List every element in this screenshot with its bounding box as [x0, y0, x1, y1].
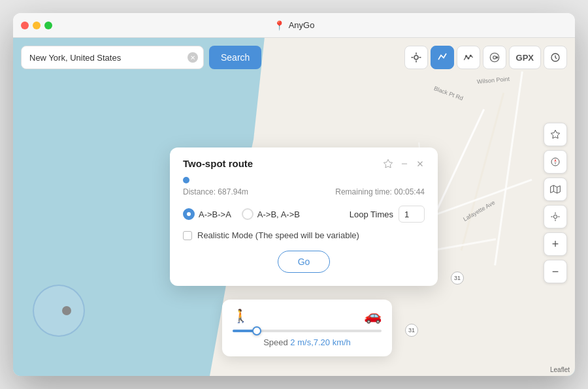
dialog-pin-row: [183, 177, 425, 183]
toolbar-right: GPX: [404, 46, 567, 69]
history-button[interactable]: [544, 46, 567, 69]
speed-panel: 🚶 🚗 Speed 2 m/s,7.20 km/h: [222, 300, 392, 356]
route-options: A->B->A A->B, A->B Loop Times: [183, 206, 425, 223]
leaflet-badge: Leaflet: [550, 366, 570, 373]
compass-button[interactable]: [544, 150, 567, 174]
dialog-header: Two-spot route: [183, 158, 425, 169]
svg-marker-12: [384, 159, 392, 168]
map-view-button[interactable]: [544, 178, 567, 201]
remaining-label: Remaining time: 00:05:44: [335, 187, 425, 196]
maximize-button[interactable]: [44, 22, 52, 29]
favorite-map-button[interactable]: [544, 123, 567, 146]
favorite-button[interactable]: [383, 159, 393, 169]
realistic-mode-label: Realistic Mode (The speed will be variab…: [197, 230, 359, 240]
joystick-dot: [62, 306, 71, 315]
speed-value: 2 m/s,7.20 km/h: [290, 337, 350, 347]
svg-marker-19: [554, 162, 556, 165]
toolbar: ✕ Search: [21, 46, 567, 69]
minimize-button[interactable]: [33, 22, 41, 29]
close-dialog-button[interactable]: [416, 159, 425, 168]
right-buttons: + −: [544, 123, 567, 283]
svg-point-5: [465, 55, 466, 57]
go-button[interactable]: Go: [278, 251, 330, 273]
loop-times-group: Loop Times: [350, 206, 425, 223]
car-icon: 🚗: [364, 307, 382, 324]
distance-label: Distance: 687.94m: [183, 187, 248, 196]
traffic-lights: [21, 22, 52, 29]
svg-marker-18: [554, 159, 556, 162]
speed-label: Speed 2 m/s,7.20 km/h: [233, 337, 382, 347]
realistic-mode[interactable]: Realistic Mode (The speed will be variab…: [183, 230, 425, 240]
option-ab[interactable]: A->B, A->B: [242, 208, 300, 220]
route-tool-button[interactable]: [431, 46, 454, 69]
zoom-in-button[interactable]: +: [544, 232, 567, 256]
app-window: 📍 AnyGo Black Pt Rd Wilson Point Larkin …: [13, 13, 575, 376]
zoom-out-button[interactable]: −: [544, 260, 567, 283]
radio-aba[interactable]: [183, 208, 195, 220]
search-input[interactable]: [29, 53, 184, 63]
crosshair-tool-button[interactable]: [404, 46, 428, 69]
road-badge-31a: 31: [451, 272, 464, 285]
route-dialog: Two-spot route: [170, 148, 438, 286]
dialog-info-row: Distance: 687.94m Remaining time: 00:05:…: [183, 187, 425, 196]
route-dot: [183, 177, 189, 183]
svg-point-6: [468, 57, 469, 59]
walk-icon: 🚶: [233, 308, 249, 324]
minimize-dialog-button[interactable]: [400, 159, 409, 168]
multipoint-tool-button[interactable]: [457, 46, 480, 69]
titlebar: 📍 AnyGo: [13, 13, 575, 38]
speed-slider-thumb[interactable]: [252, 326, 261, 335]
svg-point-22: [553, 215, 557, 218]
joystick-tool-button[interactable]: [483, 46, 506, 69]
loop-times-input[interactable]: [399, 206, 425, 223]
gpx-button[interactable]: GPX: [509, 46, 541, 69]
speed-icons-row: 🚶 🚗: [233, 307, 382, 324]
svg-point-0: [414, 55, 418, 59]
joystick[interactable]: [33, 285, 85, 337]
radio-ab[interactable]: [242, 208, 253, 220]
svg-point-10: [496, 57, 497, 58]
app-title: AnyGo: [289, 20, 315, 30]
map-area[interactable]: Black Pt Rd Wilson Point Larkin Ave Lafa…: [13, 38, 575, 376]
dialog-title: Two-spot route: [183, 158, 253, 169]
svg-marker-16: [551, 130, 559, 138]
search-bar[interactable]: ✕: [21, 46, 204, 69]
option-aba[interactable]: A->B->A: [183, 208, 231, 220]
location-button[interactable]: [544, 205, 567, 228]
option-ab-label: A->B, A->B: [257, 210, 300, 219]
app-title-area: 📍 AnyGo: [274, 20, 315, 31]
realistic-mode-checkbox[interactable]: [183, 231, 192, 240]
road-badge-31b: 31: [405, 324, 418, 337]
speed-slider[interactable]: [233, 330, 382, 332]
svg-point-9: [493, 56, 496, 59]
dialog-controls: [383, 159, 425, 169]
speed-label-text: Speed: [263, 337, 288, 347]
clear-button[interactable]: ✕: [188, 52, 198, 63]
close-button[interactable]: [21, 22, 29, 29]
loop-times-label: Loop Times: [350, 210, 393, 219]
option-aba-label: A->B->A: [199, 210, 231, 219]
search-button[interactable]: Search: [209, 46, 261, 69]
svg-point-7: [470, 55, 471, 56]
app-pin-icon: 📍: [274, 20, 285, 31]
